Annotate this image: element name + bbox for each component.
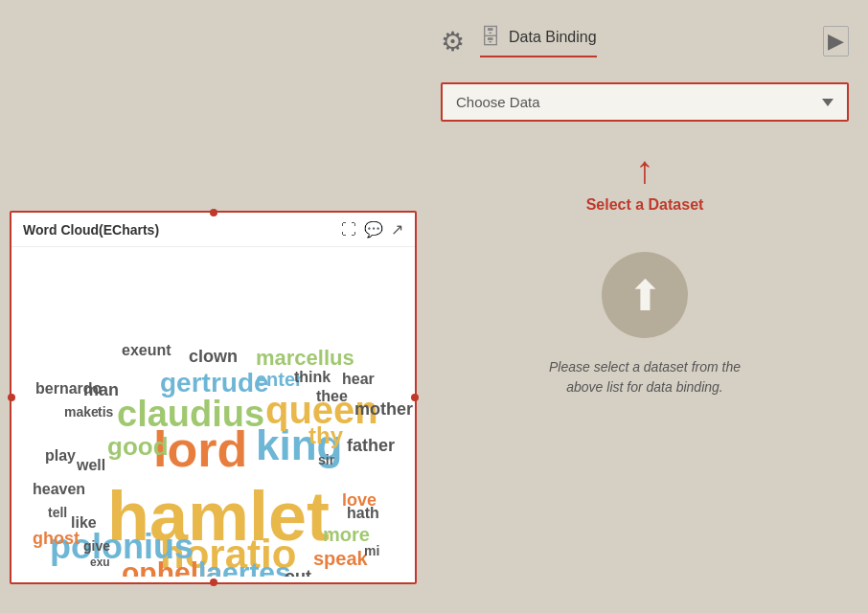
word-cloud-word: tis xyxy=(98,405,113,419)
word-cloud-word: gertrude xyxy=(160,370,269,397)
up-arrow-icon: ↑ xyxy=(635,150,654,189)
word-cloud-word: father xyxy=(347,437,395,454)
word-cloud-word: hear xyxy=(342,372,375,387)
gear-icon[interactable]: ⚙ xyxy=(441,26,465,57)
collapse-button[interactable]: ▶ xyxy=(823,26,849,57)
tab-label: Data Binding xyxy=(509,29,597,46)
word-cloud-word: thy xyxy=(308,424,343,447)
word-cloud-word: ghost xyxy=(33,530,80,547)
upload-circle: ⬆ xyxy=(602,252,688,338)
widget-actions: ⛶ 💬 ↗ xyxy=(341,220,403,238)
word-cloud-word: sir xyxy=(318,453,334,466)
word-cloud-word: marcellus xyxy=(256,348,354,369)
upload-description: Please select a dataset from the above l… xyxy=(530,357,760,397)
right-content: Choose Data ↑ Select a Dataset ⬆ Please … xyxy=(422,67,868,613)
word-cloud-word: man xyxy=(83,381,119,398)
comment-icon[interactable]: 💬 xyxy=(364,220,383,238)
word-cloud-word: speak xyxy=(313,549,368,568)
right-header: ⚙ 🗄 Data Binding ▶ xyxy=(422,0,868,67)
word-cloud-area: hamlethoratiopoloniusophelialaerteslordk… xyxy=(11,247,415,577)
word-cloud-word: more xyxy=(323,525,370,544)
word-cloud-word: thee xyxy=(316,389,348,404)
widget-title: Word Cloud(ECharts) xyxy=(23,222,159,238)
word-cloud-word: claudius xyxy=(117,396,264,432)
word-cloud-word: out xyxy=(285,568,311,577)
word-cloud-word: think xyxy=(294,370,331,385)
word-cloud-word: mother xyxy=(354,400,413,418)
word-cloud-word: exu xyxy=(90,556,110,568)
database-icon: 🗄 xyxy=(480,25,501,50)
word-cloud-word: laertes xyxy=(198,558,291,577)
upload-arrow-icon: ⬆ xyxy=(628,271,663,320)
expand-icon[interactable]: ⛶ xyxy=(341,221,356,238)
handle-top[interactable] xyxy=(210,209,217,216)
word-cloud-word: good xyxy=(107,434,169,459)
word-cloud-word: tell xyxy=(48,506,67,519)
arrow-section: ↑ Select a Dataset xyxy=(441,150,849,214)
word-cloud-word: heaven xyxy=(33,482,85,497)
select-dataset-label: Select a Dataset xyxy=(586,196,704,214)
word-cloud-word: make xyxy=(64,405,99,419)
tab-underline xyxy=(480,56,597,57)
share-icon[interactable]: ↗ xyxy=(391,220,403,238)
word-cloud-word: hath xyxy=(347,506,379,521)
header-tabs: ⚙ 🗄 Data Binding xyxy=(441,25,597,57)
data-binding-tab[interactable]: 🗄 Data Binding xyxy=(480,25,597,57)
widget-container: Word Cloud(ECharts) ⛶ 💬 ↗ hamlethoratiop… xyxy=(10,211,417,584)
word-cloud-word: well xyxy=(77,458,105,473)
right-panel: ⚙ 🗄 Data Binding ▶ Choose Data ↑ Select … xyxy=(422,0,868,613)
word-cloud-word: clown xyxy=(189,348,238,365)
handle-bottom[interactable] xyxy=(210,579,217,586)
word-cloud-word: give xyxy=(83,539,110,553)
word-cloud-word: exeunt xyxy=(122,343,171,358)
widget-header: Word Cloud(ECharts) ⛶ 💬 ↗ xyxy=(11,213,415,247)
word-cloud-word: mi xyxy=(364,544,379,557)
word-cloud-word: play xyxy=(45,448,76,464)
choose-data-select[interactable]: Choose Data xyxy=(441,82,849,122)
left-panel: Word Cloud(ECharts) ⛶ 💬 ↗ hamlethoratiop… xyxy=(0,0,422,613)
upload-section: ⬆ Please select a dataset from the above… xyxy=(441,252,849,397)
